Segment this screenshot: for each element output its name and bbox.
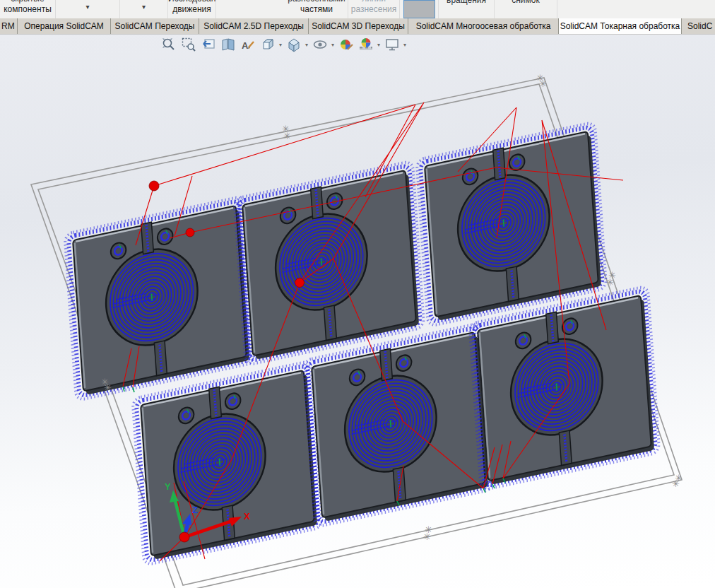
machined-part-6[interactable] [469, 286, 659, 490]
ribbon-label-top: Исследование [168, 0, 215, 4]
edit-appearance-icon[interactable] [338, 37, 354, 52]
view-settings-icon[interactable] [384, 37, 400, 52]
rotation-view-button[interactable]: вращения [439, 0, 495, 18]
exploded-view-button[interactable]: разнесенными частями [285, 0, 348, 18]
tab-label: Операция SolidCAM [24, 21, 104, 31]
axis-y-label: Y [165, 481, 171, 492]
apply-scene-icon[interactable] [358, 37, 374, 52]
ribbon-dropdown-1[interactable]: ▾ [56, 0, 120, 18]
zoom-to-fit-icon[interactable] [161, 37, 177, 52]
tab-solidcam-multiaxis[interactable]: SolidCAM Многоосевая обработка [408, 18, 559, 34]
tab-solidcam-turning[interactable]: SolidCAM Токарная обработка [559, 18, 682, 34]
svg-text:✳: ✳ [423, 531, 431, 542]
chevron-down-icon[interactable]: ▾ [279, 42, 282, 48]
graphics-viewport[interactable]: A ▾ ▾ ▾ [0, 35, 715, 588]
chevron-down-icon[interactable]: ▾ [331, 42, 334, 48]
machined-part-3[interactable] [416, 122, 606, 327]
solidworks-solidcam-window: { "ribbon": { "components_label_top": "с… [0, 0, 715, 588]
ribbon-toggle-cell [400, 0, 439, 18]
ribbon-spacer [557, 0, 715, 18]
axis-x-label: X [244, 511, 250, 522]
view-orientation-icon[interactable] [260, 37, 276, 52]
ribbon-spacer [216, 0, 285, 18]
chevron-down-icon[interactable]: ▾ [56, 3, 119, 11]
svg-text:A: A [242, 40, 249, 51]
ribbon-label-top: скрытые [0, 0, 55, 4]
ribbon-label: частями [285, 4, 348, 14]
tab-solidcam-25d[interactable]: SolidCAM 2.5D Переходы [199, 18, 309, 34]
machined-part-4[interactable] [132, 361, 322, 565]
rapid-point-1 [149, 181, 159, 191]
hide-show-items-icon[interactable] [312, 37, 328, 52]
tab-solidcam-3d[interactable]: SolidCAM 3D Переходы [309, 18, 408, 34]
zoom-to-area-icon[interactable] [181, 37, 196, 52]
tab-rm[interactable]: RM [0, 18, 18, 34]
ribbon-strip: скрытые компоненты ▾ ▾ Исследование движ… [0, 0, 715, 19]
tab-label: RM [1, 21, 15, 31]
section-view-icon[interactable] [220, 37, 236, 52]
chevron-down-icon[interactable]: ▾ [403, 42, 406, 48]
tab-solidcam-perehody[interactable]: SolidCAM Переходы [111, 18, 199, 34]
axis-z-label: Z [192, 505, 198, 515]
ribbon-label-top: разнесенными [285, 0, 348, 4]
cam-3d-scene[interactable]: ✳✳ ✳✳ ✳✳ ✳✳ ✳✳ ✳✳ Y X Z [0, 35, 715, 588]
previous-view-icon[interactable] [201, 37, 216, 52]
svg-text:✳: ✳ [672, 478, 680, 489]
tab-solidcam-partial[interactable]: SolidC [682, 18, 715, 34]
ribbon-toggle-button[interactable] [403, 0, 435, 18]
ribbon-label: компоненты [0, 4, 55, 14]
ribbon-label-top: линии [348, 0, 399, 4]
tab-label: SolidCAM Многоосевая обработка [416, 21, 551, 31]
triad-origin-ball [179, 532, 189, 542]
tab-label: SolidC [687, 21, 712, 31]
annotation-view-icon[interactable]: A [240, 37, 256, 52]
ribbon-label: разнесения [348, 4, 399, 14]
tab-label: SolidCAM 3D Переходы [312, 21, 405, 31]
tab-label: SolidCAM Токарная обработка [560, 21, 680, 31]
ribbon-label-top: вращения [439, 0, 494, 5]
tab-operaciya-solidcam[interactable]: Операция SolidCAM [18, 18, 111, 34]
ribbon-dropdown-2[interactable]: ▾ [120, 0, 168, 18]
ribbon-label-top: снимок [495, 0, 557, 5]
chevron-down-icon[interactable]: ▾ [305, 42, 308, 48]
rapid-point-2 [186, 228, 194, 237]
command-manager-tabbar: RM Операция SolidCAM SolidCAM Переходы S… [0, 18, 715, 35]
show-hidden-components-button[interactable]: скрытые компоненты [0, 0, 56, 18]
motion-study-button[interactable]: Исследование движения [168, 0, 216, 18]
machined-part-2[interactable] [234, 161, 424, 365]
svg-text:✳: ✳ [104, 382, 112, 393]
chevron-down-icon[interactable]: ▾ [120, 3, 167, 11]
machined-part-1[interactable] [64, 196, 254, 401]
tab-label: SolidCAM Переходы [115, 21, 195, 31]
explode-lines-button: линии разнесения [348, 0, 400, 18]
svg-text:✳: ✳ [539, 78, 547, 89]
machined-part-5[interactable] [303, 323, 493, 527]
svg-text:✳: ✳ [283, 131, 291, 141]
display-style-icon[interactable] [286, 37, 302, 52]
chevron-down-icon[interactable]: ▾ [377, 42, 380, 48]
snapshot-button[interactable]: снимок [495, 0, 557, 18]
tab-label: SolidCAM 2.5D Переходы [203, 21, 304, 31]
heads-up-toolbar: A ▾ ▾ ▾ [161, 37, 406, 52]
svg-text:✳: ✳ [606, 277, 614, 288]
rapid-point-3 [295, 278, 305, 288]
ribbon-label: движения [168, 4, 215, 14]
